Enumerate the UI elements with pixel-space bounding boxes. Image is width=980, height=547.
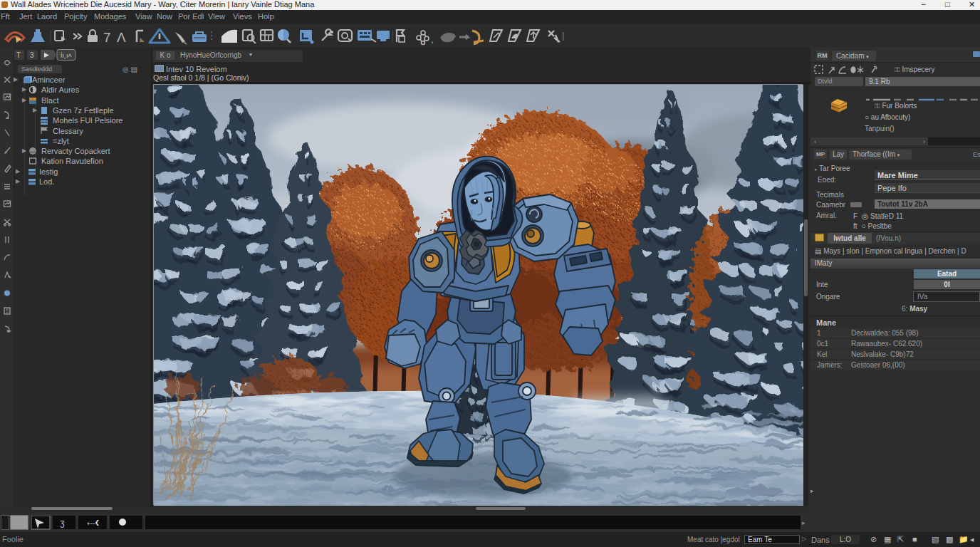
svg-text:7: 7	[103, 30, 111, 45]
svg-text:İı˛ı˄: İı˛ı˄	[61, 52, 72, 59]
svg-text:▸: ▸	[802, 519, 806, 526]
svg-text:⤎❮: ⤎❮	[87, 519, 99, 527]
svg-text:T: T	[16, 51, 21, 59]
svg-text:,: ,	[431, 34, 434, 45]
svg-text:ʒ: ʒ	[60, 518, 65, 528]
svg-text:3: 3	[30, 51, 34, 59]
svg-text:Λ: Λ	[117, 30, 126, 45]
